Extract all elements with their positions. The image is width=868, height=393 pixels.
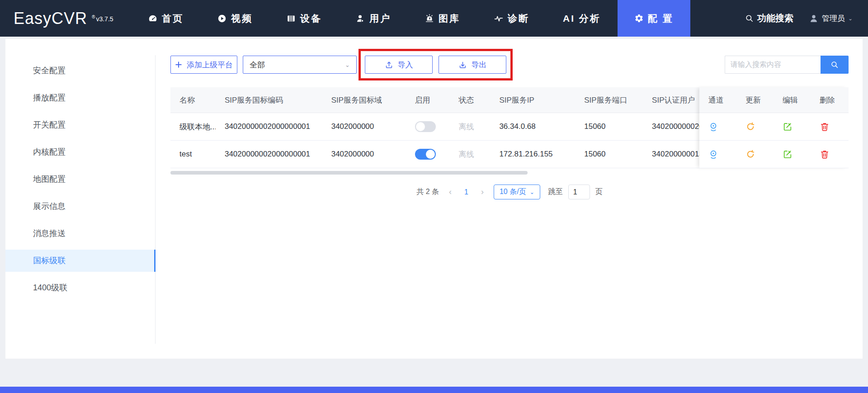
pulse-icon (494, 14, 504, 24)
cell-sip-ip: 36.34.0.68 (490, 122, 575, 131)
export-button[interactable]: 导出 (439, 56, 506, 74)
table-row-actions (699, 113, 849, 141)
play-icon (217, 14, 227, 24)
cell-sip-domain: 3402000000 (322, 122, 406, 131)
toggle-knob (416, 122, 425, 131)
nav-item-user[interactable]: 用户 (339, 0, 408, 37)
sidebar-item-security[interactable]: 安全配置 (5, 60, 156, 82)
sidebar-item-1400-cascade[interactable]: 1400级联 (5, 277, 156, 299)
cell-sip-code: 34020000002000000001 (216, 150, 322, 159)
toggle-knob (426, 150, 435, 159)
upload-icon (385, 61, 393, 69)
top-nav: EasyCVR ®v3.7.5 首页 视频 设备 用户 图库 诊断 AI 分析 (0, 0, 868, 37)
webcam-icon[interactable] (708, 122, 718, 132)
col-sip-auth-user: SIP认证用户 (643, 95, 699, 105)
download-icon (458, 61, 467, 69)
nav-item-diagnosis[interactable]: 诊断 (477, 0, 546, 37)
sidebar-item-switch[interactable]: 开关配置 (5, 114, 156, 136)
user-icon (355, 14, 365, 24)
prev-page-button[interactable]: ‹ (447, 187, 453, 197)
col-refresh: 更新 (736, 95, 774, 105)
refresh-icon[interactable] (745, 149, 755, 159)
pagination: 共 2 条 ‹ 1 › 10 条/页 ⌄ 跳至 页 (170, 185, 849, 199)
sidebar-item-map[interactable]: 地图配置 (5, 168, 156, 190)
admin-menu[interactable]: 管理员 ⌄ (809, 13, 853, 24)
nav-item-video[interactable]: 视频 (200, 0, 269, 37)
chevron-down-icon: ⌄ (345, 62, 350, 68)
add-platform-button[interactable]: 添加上级平台 (170, 56, 237, 74)
plus-icon (175, 61, 182, 68)
nav-item-config[interactable]: 配 置 (618, 0, 690, 37)
table-row: 级联本地... 34020000002000000001 3402000000 … (170, 113, 699, 141)
col-sip-port: SIP服务端口 (575, 95, 643, 105)
cell-sip-port: 15060 (575, 150, 643, 159)
function-search[interactable]: 功能搜索 (745, 12, 793, 24)
table-fixed-actions: 通道 更新 编辑 删除 (699, 87, 849, 168)
cell-sip-auth-user: 3402000000132 (643, 150, 699, 159)
platform-table: 名称 SIP服务国标编码 SIP服务国标域 启用 状态 SIP服务IP SIP服… (170, 87, 849, 168)
webcam-icon[interactable] (708, 149, 718, 159)
cell-enable (406, 121, 450, 132)
col-sip-ip: SIP服务IP (490, 95, 575, 105)
col-name: 名称 (170, 95, 216, 105)
page-jump: 跳至 页 (548, 185, 603, 199)
sidebar-item-display[interactable]: 展示信息 (5, 195, 156, 218)
device-icon (286, 14, 296, 24)
footer-strip (0, 387, 868, 393)
chevron-down-icon: ⌄ (530, 189, 534, 195)
chevron-down-icon: ⌄ (848, 15, 853, 22)
brand: EasyCVR ®v3.7.5 (0, 0, 131, 37)
table-row: test 34020000002000000001 3402000000 离线 … (170, 141, 699, 168)
page-number[interactable]: 1 (462, 188, 471, 196)
trash-icon[interactable] (820, 122, 830, 132)
sidebar-item-kernel[interactable]: 内核配置 (5, 141, 156, 163)
cell-sip-port: 15060 (575, 122, 643, 131)
cell-sip-auth-user: 34020000002000000001 (643, 122, 699, 131)
main-content: 添加上级平台 全部 ⌄ 导入 导出 (156, 39, 863, 359)
import-button[interactable]: 导入 (365, 56, 433, 74)
next-page-button[interactable]: › (479, 187, 486, 197)
col-edit: 编辑 (774, 95, 811, 105)
col-enable: 启用 (406, 95, 450, 105)
config-sidebar: 安全配置 播放配置 开关配置 内核配置 地图配置 展示信息 消息推送 国标级联 … (5, 39, 156, 359)
trash-icon[interactable] (820, 149, 830, 159)
admin-avatar-icon (809, 14, 819, 24)
table-search (725, 56, 849, 74)
nav-item-device[interactable]: 设备 (269, 0, 339, 37)
nav-item-gallery[interactable]: 图库 (408, 0, 477, 37)
annotation-red-box: 导入 导出 (359, 49, 513, 80)
cell-name: 级联本地... (170, 122, 216, 132)
cell-sip-code: 34020000002000000001 (216, 122, 322, 131)
page-size-select[interactable]: 10 条/页 ⌄ (494, 185, 540, 199)
page-unit-label: 页 (595, 187, 603, 197)
toolbar: 添加上级平台 全部 ⌄ 导入 导出 (170, 56, 849, 74)
sidebar-item-playback[interactable]: 播放配置 (5, 87, 156, 109)
col-channel: 通道 (699, 95, 736, 105)
sidebar-item-gb-cascade[interactable]: 国标级联 (5, 250, 156, 272)
app-logo: EasyCVR (14, 9, 87, 28)
scrollbar-thumb[interactable] (170, 171, 528, 175)
table-row-actions (699, 141, 849, 168)
filter-select[interactable]: 全部 ⌄ (243, 56, 357, 74)
edit-icon[interactable] (783, 122, 793, 132)
col-sip-domain: SIP服务国标域 (322, 95, 406, 105)
jump-page-input[interactable] (568, 185, 590, 199)
horizontal-scrollbar[interactable] (170, 171, 849, 175)
content-panel: 安全配置 播放配置 开关配置 内核配置 地图配置 展示信息 消息推送 国标级联 … (5, 39, 863, 359)
search-button[interactable] (821, 56, 849, 74)
nav-item-home[interactable]: 首页 (131, 0, 200, 37)
siren-icon (425, 14, 434, 24)
sidebar-item-message-push[interactable]: 消息推送 (5, 223, 156, 245)
col-delete: 删除 (811, 95, 848, 105)
cell-sip-ip: 172.81.216.155 (490, 150, 575, 159)
cell-enable (406, 149, 450, 160)
app-version: ®v3.7.5 (92, 14, 113, 23)
nav-item-ai[interactable]: AI 分析 (546, 0, 618, 37)
enable-toggle[interactable] (415, 121, 436, 132)
enable-toggle[interactable] (415, 149, 436, 160)
search-input[interactable] (725, 56, 821, 74)
jump-label: 跳至 (548, 187, 563, 197)
edit-icon[interactable] (783, 149, 793, 159)
refresh-icon[interactable] (745, 122, 755, 132)
search-icon (830, 61, 839, 69)
